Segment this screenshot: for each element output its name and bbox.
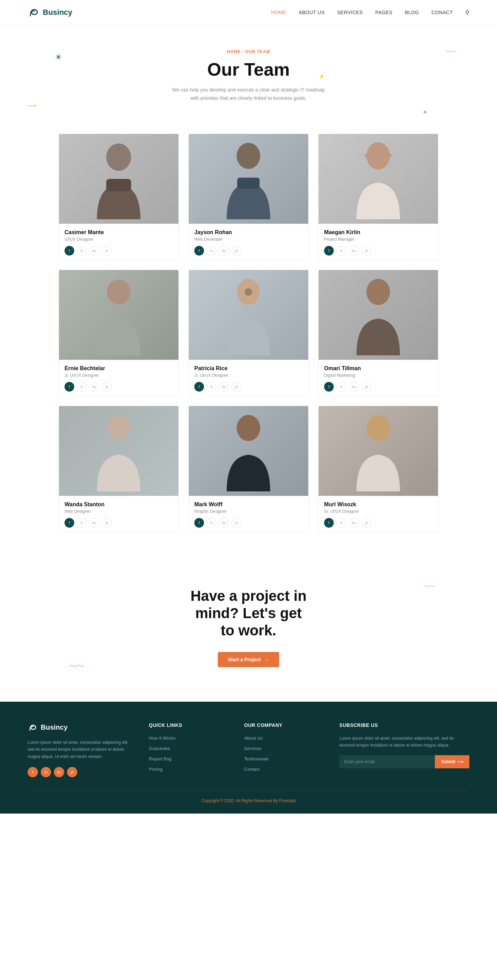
- footer-logo: Busincy: [28, 722, 132, 733]
- footer-quick-links-list: How It Works Guarantee Report Bug Pricin…: [149, 735, 227, 772]
- social-icons-3: f in tw yt: [324, 246, 432, 256]
- social-facebook-1[interactable]: f: [65, 246, 74, 256]
- team-member-role-2: Web Developer: [194, 237, 303, 242]
- team-member-role-3: Project Manager: [324, 237, 432, 242]
- social-twitter-7[interactable]: tw: [89, 518, 99, 528]
- start-project-button[interactable]: Start a Project →: [218, 652, 279, 667]
- social-youtube-1[interactable]: yt: [102, 246, 111, 256]
- logo[interactable]: Busincy: [28, 6, 73, 19]
- footer-quick-links: QUICK LINKS How It Works Guarantee Repor…: [149, 722, 227, 777]
- team-card-info-7: Wanda Stanton Web Designer f in tw yt: [59, 496, 178, 532]
- social-twitter-5[interactable]: tw: [219, 382, 229, 391]
- team-card-2: Jayson Rohan Web Developer f in tw yt: [189, 134, 308, 260]
- team-member-role-9: Sr. UI/UX Designer: [324, 509, 432, 514]
- social-youtube-8[interactable]: yt: [232, 518, 241, 528]
- subscribe-email-input[interactable]: [339, 755, 435, 768]
- social-facebook-6[interactable]: f: [324, 382, 334, 391]
- nav-pages[interactable]: PAGES: [375, 10, 392, 15]
- deco-cross: ✦: [422, 108, 428, 116]
- team-card-info-4: Ernie Bechtelar Jr. UI/UX Designer f in …: [59, 360, 178, 396]
- site-header: Busincy HOME ABOUT US SERVICES PAGES BLO…: [0, 0, 497, 25]
- social-facebook-7[interactable]: f: [65, 518, 74, 528]
- nav-home[interactable]: HOME: [271, 10, 286, 15]
- social-youtube-7[interactable]: yt: [102, 518, 111, 528]
- search-icon[interactable]: ⚲: [465, 10, 469, 16]
- social-instagram-2[interactable]: in: [207, 246, 216, 256]
- team-member-name-7: Wanda Stanton: [65, 501, 173, 508]
- team-card-1: Casimer Mante UI/UX Designer f in tw yt: [59, 134, 179, 260]
- footer-company-list: About Us Services Testimonials Contact: [244, 735, 322, 772]
- nav-contact[interactable]: CONACT: [432, 10, 453, 15]
- social-instagram-8[interactable]: in: [207, 518, 216, 528]
- footer-bottom: Copyright © 2020. All Rights Reserved By…: [28, 791, 469, 803]
- footer-subscribe: SUBSCRIBE US Lorem ipsum dolor sit amet,…: [339, 722, 469, 777]
- social-facebook-8[interactable]: f: [194, 518, 204, 528]
- social-facebook-3[interactable]: f: [324, 246, 334, 256]
- social-twitter-1[interactable]: tw: [89, 246, 99, 256]
- social-facebook-4[interactable]: f: [65, 382, 74, 391]
- team-member-role-6: Digital Marketing: [324, 373, 432, 378]
- social-twitter-4[interactable]: tw: [89, 382, 99, 391]
- footer-grid: Busincy Lorem ipsum dolor sit amet, cons…: [28, 722, 469, 777]
- nav-services[interactable]: SERVICES: [337, 10, 363, 15]
- team-member-role-7: Web Designer: [65, 509, 173, 514]
- cta-deco-swirl2: ~~: [424, 581, 435, 592]
- cta-title: Have a project in mind? Let's get to wor…: [179, 587, 318, 640]
- footer-brand-text: Lorem ipsum dolor sit amet, consectetur …: [28, 739, 132, 760]
- social-youtube-3[interactable]: yt: [361, 246, 371, 256]
- page-hero: ✳ ~~ ⟿ ✦ ⚡ HOME / OUR TEAM Our Team We c…: [0, 25, 497, 120]
- footer-social-facebook[interactable]: f: [28, 767, 38, 777]
- social-twitter-6[interactable]: tw: [349, 382, 359, 391]
- social-facebook-9[interactable]: f: [324, 518, 334, 528]
- social-facebook-5[interactable]: f: [194, 382, 204, 391]
- social-instagram-9[interactable]: in: [337, 518, 346, 528]
- social-instagram-3[interactable]: in: [337, 246, 346, 256]
- team-member-name-5: Patricia Rice: [194, 365, 303, 372]
- footer-company: OUR COMPANY About Us Services Testimonia…: [244, 722, 322, 777]
- team-card-info-5: Patricia Rice Jr. UI/UX Designer f in tw…: [189, 360, 308, 396]
- footer-link-services: Services: [244, 745, 322, 751]
- social-icons-9: f in tw yt: [324, 518, 432, 528]
- team-photo-2: [189, 134, 308, 224]
- social-youtube-5[interactable]: yt: [232, 382, 241, 391]
- social-instagram-6[interactable]: in: [337, 382, 346, 391]
- team-member-name-8: Mark Wolff: [194, 501, 303, 508]
- deco-arrow: ⟿: [28, 102, 37, 110]
- team-card-info-9: Murl Wisozk Sr. UI/UX Designer f in tw y…: [319, 496, 438, 532]
- subscribe-submit-button[interactable]: Submit ⟶: [435, 755, 469, 768]
- team-member-name-6: Omari Tillman: [324, 365, 432, 372]
- page-description: We can help you develop and execute a cl…: [166, 86, 331, 103]
- social-youtube-2[interactable]: yt: [232, 246, 241, 256]
- social-twitter-2[interactable]: tw: [219, 246, 229, 256]
- team-card-8: Mark Wolff Graphic Designer f in tw yt: [189, 406, 308, 532]
- social-facebook-2[interactable]: f: [194, 246, 204, 256]
- social-icons-6: f in tw yt: [324, 382, 432, 391]
- team-photo-1: [59, 134, 178, 224]
- social-twitter-8[interactable]: tw: [219, 518, 229, 528]
- social-youtube-6[interactable]: yt: [361, 382, 371, 391]
- team-card-6: Omari Tillman Digital Marketing f in tw …: [318, 270, 438, 396]
- nav-blog[interactable]: BLOG: [405, 10, 419, 15]
- team-section: Casimer Mante UI/UX Designer f in tw yt: [0, 120, 497, 560]
- social-twitter-9[interactable]: tw: [349, 518, 359, 528]
- nav-about[interactable]: ABOUT US: [299, 10, 324, 15]
- social-instagram-7[interactable]: in: [77, 518, 87, 528]
- social-instagram-5[interactable]: in: [207, 382, 216, 391]
- social-instagram-4[interactable]: in: [77, 382, 87, 391]
- social-youtube-9[interactable]: yt: [361, 518, 371, 528]
- svg-rect-1: [106, 179, 131, 191]
- team-card-info-3: Maegan Kirlin Project Manager f in tw yt: [319, 224, 438, 260]
- social-youtube-4[interactable]: yt: [102, 382, 111, 391]
- footer-social-instagram[interactable]: in: [41, 767, 51, 777]
- site-footer: Busincy Lorem ipsum dolor sit amet, cons…: [0, 702, 497, 813]
- team-member-name-1: Casimer Mante: [65, 229, 173, 235]
- subscribe-form: Submit ⟶: [339, 755, 469, 768]
- footer-social-youtube[interactable]: yt: [67, 767, 77, 777]
- footer-social-twitter[interactable]: tw: [54, 767, 64, 777]
- team-card-info-6: Omari Tillman Digital Marketing f in tw …: [319, 360, 438, 396]
- social-twitter-3[interactable]: tw: [349, 246, 359, 256]
- svg-point-8: [367, 278, 390, 305]
- social-instagram-1[interactable]: in: [77, 246, 87, 256]
- team-photo-5: [189, 270, 308, 360]
- footer-brand-link: Pixieslab: [279, 799, 296, 803]
